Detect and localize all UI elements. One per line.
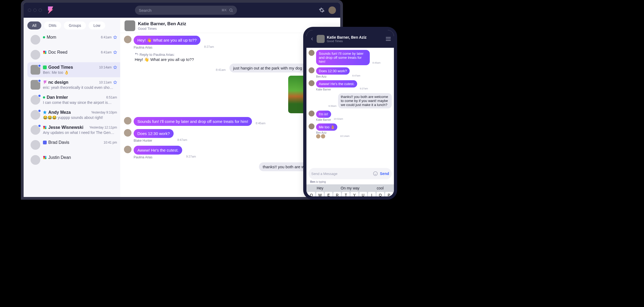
conversation-item[interactable]: Doc Reed 6:41am	[27, 47, 120, 62]
traffic-light-min[interactable]	[33, 9, 36, 12]
phone-message-bubble: I'm in!	[316, 111, 331, 118]
message-avatar	[124, 117, 131, 125]
presence-dot-icon	[43, 36, 45, 38]
phone-message-row: Me too 👌Ben Aziz 10:14am	[309, 123, 392, 138]
keyboard-key[interactable]: U	[359, 192, 367, 198]
filter-tab-low[interactable]: Low	[89, 21, 105, 30]
conversation-preview: Any updates on what I need for The Gen…	[43, 130, 117, 135]
message-sender: Paulina Arias	[134, 155, 182, 159]
phone-message-bubble: thanks!! you both are welcome to come by…	[338, 93, 392, 108]
search-placeholder: Search	[139, 8, 219, 13]
message-time: 9:27am	[186, 155, 196, 158]
conversation-item[interactable]: Good Times 10:14am Ben: Me too 👌	[27, 62, 120, 77]
keyboard-key[interactable]: T	[342, 192, 350, 198]
keyboard-suggestions: HeyOn my waycool	[306, 184, 394, 192]
typing-indicator: Ben is typing	[306, 179, 394, 184]
sidebar: AllDMsGroupsLow Mom 6:41am	[24, 18, 120, 197]
conversation-time: 10:11am	[99, 81, 112, 84]
keyboard-suggestion[interactable]: Hey	[317, 186, 323, 190]
phone-subtitle: Good Times	[327, 39, 367, 43]
phone-message-sender: Ben Aziz	[316, 131, 337, 138]
conversation-item[interactable]: nc design 10:11am eric: yeah theoretical…	[27, 77, 120, 92]
twitter-icon	[43, 111, 47, 114]
user-avatar[interactable]	[328, 6, 336, 14]
star-icon[interactable]	[113, 35, 117, 39]
emoji-icon[interactable]	[373, 171, 378, 176]
phone-thread: Sounds fun! I'll come by later and drop …	[306, 48, 394, 168]
svg-point-0	[230, 9, 232, 11]
search-icon	[229, 8, 233, 12]
phone-message-avatar	[309, 111, 314, 116]
search-input[interactable]: Search ⌘K	[135, 6, 237, 15]
search-shortcut: ⌘K	[221, 8, 227, 12]
conversation-time: 10:14am	[99, 65, 112, 69]
conversation-item[interactable]: Brad Davis 10:41 pm	[27, 137, 120, 152]
conversation-avatar	[31, 50, 40, 60]
message-avatar	[124, 129, 131, 137]
keyboard-key[interactable]: E	[325, 192, 332, 198]
phone-message-row: 9:39amthanks!! you both are welcome to c…	[309, 93, 392, 108]
traffic-light-max[interactable]	[39, 9, 42, 12]
reaction-avatars	[316, 134, 337, 138]
keyboard-suggestion[interactable]: cool	[377, 186, 384, 190]
app-logo-icon	[47, 6, 53, 14]
phone-message-avatar	[309, 67, 314, 73]
conversation-avatar	[31, 35, 40, 45]
conversation-name: nc design	[48, 80, 68, 85]
conversation-avatar	[31, 125, 40, 135]
message-time: 8:45am	[256, 122, 266, 125]
conversation-preview: I can come that way since the airport is…	[43, 100, 117, 105]
phone-message-time: 8:47am	[352, 74, 360, 77]
conversation-avatar	[31, 95, 40, 105]
phone-window: Katie Barner, Ben Aziz Good Times Sounds…	[303, 27, 397, 200]
conversation-item[interactable]: Jesse Wisnewski Yesterday 12:11pm Any up…	[27, 122, 120, 137]
phone-message-avatar	[309, 123, 314, 129]
slack-icon	[43, 126, 47, 129]
gear-icon[interactable]	[319, 7, 325, 13]
keyboard-key[interactable]: I	[368, 192, 376, 198]
unread-badge-icon	[38, 109, 41, 112]
phone-message-bubble: Me too 👌	[316, 123, 337, 131]
phone-message-row: Sounds fun! I'll come by later and drop …	[309, 50, 392, 65]
message-bubble: Hey! 👋 What are you all up to??	[134, 36, 200, 45]
phone-message-row: I'm in!Katie Barner10:02am	[309, 111, 392, 121]
traffic-light-close[interactable]	[28, 9, 31, 12]
titlebar: Search ⌘K	[24, 3, 340, 18]
conversation-item[interactable]: Dan Irmler 6:51am I can come that way si…	[27, 92, 120, 107]
conversation-name: Jesse Wisnewski	[48, 125, 83, 130]
logo-icon	[43, 81, 47, 84]
keyboard-key[interactable]: R	[333, 192, 341, 198]
menu-icon[interactable]	[386, 37, 391, 41]
conversation-preview: eric: yeah theoretically it could even s…	[43, 85, 117, 90]
phone-message-time: 10:02am	[334, 118, 343, 120]
filter-tab-all[interactable]: All	[27, 21, 41, 30]
keyboard-key[interactable]: Y	[350, 192, 358, 198]
window-controls[interactable]	[28, 9, 42, 12]
star-icon[interactable]	[113, 65, 117, 69]
phone-message-avatar	[309, 80, 314, 86]
back-icon[interactable]	[310, 36, 314, 41]
conversation-title: Katie Barner, Ben Aziz	[138, 21, 186, 27]
keyboard-key[interactable]: Q	[308, 192, 315, 198]
keyboard-suggestion[interactable]: On my way	[341, 186, 360, 190]
filter-tab-groups[interactable]: Groups	[64, 21, 86, 30]
conversation-item[interactable]: Justin Dean	[27, 152, 120, 167]
conversation-name: Mom	[47, 35, 56, 40]
message-bubble: Does 12:30 work?	[134, 129, 174, 138]
star-icon[interactable]	[113, 81, 117, 84]
keyboard-key[interactable]: P	[385, 192, 393, 198]
conversation-name: Good Times	[48, 65, 73, 70]
keyboard-key[interactable]: O	[376, 192, 384, 198]
star-icon[interactable]	[113, 50, 117, 54]
phone-message-bubble: Awww! He's the cutest.	[316, 80, 357, 87]
conversation-name: Doc Reed	[48, 50, 67, 55]
conversation-name: Andy Meza	[48, 110, 71, 115]
send-button[interactable]: Send	[380, 171, 389, 176]
conversation-name: Justin Dean	[48, 155, 71, 160]
filter-tab-dms[interactable]: DMs	[44, 21, 61, 30]
keyboard-key[interactable]: W	[316, 192, 324, 198]
conversation-avatar	[31, 80, 40, 90]
conversation-item[interactable]: Mom 6:41am	[27, 32, 120, 47]
conversation-item[interactable]: Andy Meza Yesterday 9:10pm 😂😂😂 yupppp so…	[27, 107, 120, 122]
phone-message-input[interactable]: Send a Message Send	[309, 168, 392, 179]
